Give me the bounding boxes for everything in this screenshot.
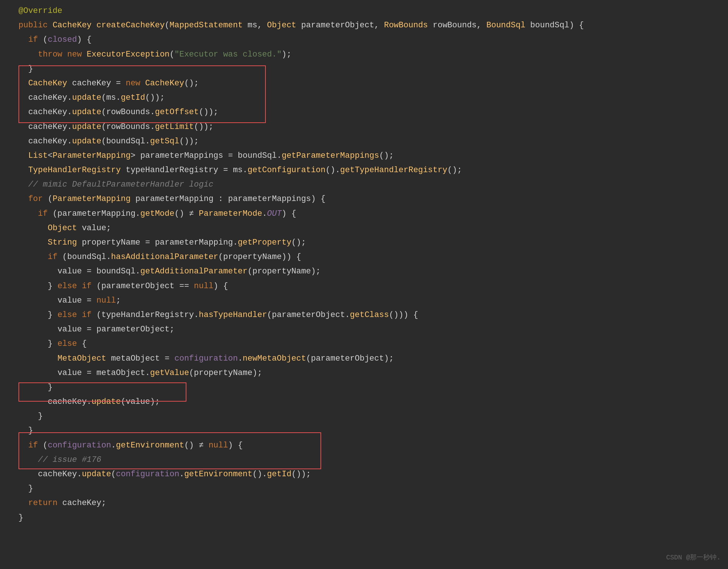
line-content: throw new ExecutorException("Executor wa… [15, 48, 728, 61]
code-line: cacheKey.update(rowBounds.getOffset()); [0, 105, 728, 119]
line-content: } [15, 424, 728, 437]
line-content: public CacheKey createCacheKey(MappedSta… [15, 19, 728, 32]
code-line: cacheKey.update(rowBounds.getLimit()); [0, 120, 728, 134]
line-content: cacheKey.update(ms.getId()); [15, 91, 728, 104]
code-line: throw new ExecutorException("Executor wa… [0, 47, 728, 62]
code-line: String propertyName = parameterMapping.g… [0, 235, 728, 250]
code-line: } else if (typeHandlerRegistry.hasTypeHa… [0, 308, 728, 322]
line-content: @Override [15, 4, 728, 17]
code-line: CacheKey cacheKey = new CacheKey(); [0, 76, 728, 91]
code-line: if (closed) { [0, 33, 728, 47]
code-line: MetaObject metaObject = configuration.ne… [0, 351, 728, 366]
line-content: } else if (typeHandlerRegistry.hasTypeHa… [15, 309, 728, 321]
code-line: // mimic DefaultParameterHandler logic [0, 177, 728, 192]
line-content: return cacheKey; [15, 497, 728, 510]
watermark: CSDN @那一秒钟. [666, 553, 721, 562]
code-line: } [0, 409, 728, 423]
code-line: } [0, 62, 728, 76]
code-line: value = metaObject.getValue(propertyName… [0, 366, 728, 380]
code-line: } [0, 423, 728, 438]
line-content: cacheKey.update(value); [15, 395, 728, 408]
line-content: Object value; [15, 222, 728, 235]
code-line: cacheKey.update(value); [0, 395, 728, 409]
code-line: return cacheKey; [0, 496, 728, 510]
code-container: @Override public CacheKey createCacheKey… [0, 0, 728, 529]
line-content: value = parameterObject; [15, 323, 728, 336]
code-line: if (boundSql.hasAdditionalParameter(prop… [0, 250, 728, 264]
line-content: String propertyName = parameterMapping.g… [15, 236, 728, 249]
code-line: } [0, 380, 728, 395]
code-line: Object value; [0, 221, 728, 235]
line-content: // issue #176 [15, 453, 728, 466]
line-content: if (configuration.getEnvironment() ≠ nul… [15, 439, 728, 452]
code-line: value = parameterObject; [0, 322, 728, 337]
code-line: if (configuration.getEnvironment() ≠ nul… [0, 438, 728, 453]
code-line: TypeHandlerRegistry typeHandlerRegistry … [0, 163, 728, 177]
line-content: for (ParameterMapping parameterMapping :… [15, 192, 728, 205]
code-line: } [0, 481, 728, 496]
code-line: cacheKey.update(ms.getId()); [0, 91, 728, 105]
code-line: @Override [0, 4, 728, 18]
code-line: List<ParameterMapping> parameterMappings… [0, 149, 728, 163]
line-content: if (parameterMapping.getMode() ≠ Paramet… [15, 207, 728, 220]
code-line: if (parameterMapping.getMode() ≠ Paramet… [0, 207, 728, 221]
line-content: value = boundSql.getAdditionalParameter(… [15, 265, 728, 278]
line-content: value = metaObject.getValue(propertyName… [15, 367, 728, 379]
line-content: cacheKey.update(boundSql.getSql()); [15, 135, 728, 148]
code-line: cacheKey.update(boundSql.getSql()); [0, 134, 728, 149]
line-content: CacheKey cacheKey = new CacheKey(); [15, 77, 728, 90]
code-line: value = null; [0, 293, 728, 308]
code-line: // issue #176 [0, 453, 728, 467]
line-content: if (closed) { [15, 33, 728, 46]
line-content: } [15, 511, 728, 524]
code-line: cacheKey.update(configuration.getEnviron… [0, 467, 728, 481]
code-line: } [0, 511, 728, 525]
code-line: value = boundSql.getAdditionalParameter(… [0, 264, 728, 279]
code-line: } else if (parameterObject == null) { [0, 279, 728, 293]
line-content: List<ParameterMapping> parameterMappings… [15, 149, 728, 162]
code-line: } else { [0, 337, 728, 351]
line-content: cacheKey.update(configuration.getEnviron… [15, 468, 728, 481]
code-line: for (ParameterMapping parameterMapping :… [0, 192, 728, 206]
line-content: MetaObject metaObject = configuration.ne… [15, 352, 728, 365]
line-content: cacheKey.update(rowBounds.getOffset()); [15, 106, 728, 119]
line-content: } [15, 381, 728, 394]
line-content: } else if (parameterObject == null) { [15, 280, 728, 293]
code-line: public CacheKey createCacheKey(MappedSta… [0, 18, 728, 33]
line-content: // mimic DefaultParameterHandler logic [15, 178, 728, 191]
line-content: } [15, 410, 728, 423]
line-content: } [15, 482, 728, 495]
line-content: cacheKey.update(rowBounds.getLimit()); [15, 120, 728, 133]
line-content: value = null; [15, 294, 728, 307]
line-content: } else { [15, 337, 728, 350]
line-content: } [15, 62, 728, 75]
line-content: if (boundSql.hasAdditionalParameter(prop… [15, 251, 728, 263]
line-content: TypeHandlerRegistry typeHandlerRegistry … [15, 164, 728, 177]
